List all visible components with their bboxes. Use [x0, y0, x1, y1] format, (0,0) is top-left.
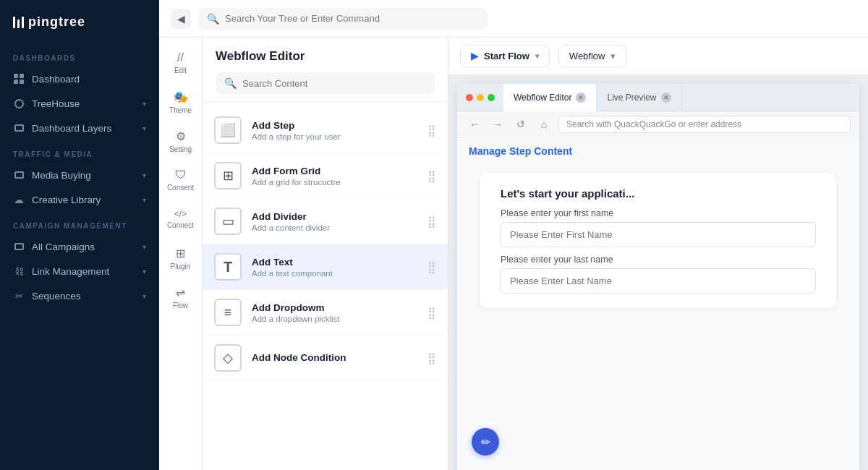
- form-label-firstname: Please enter your first name: [501, 208, 816, 218]
- form-input-lastname[interactable]: [501, 268, 816, 294]
- sidebar-item-treehouse[interactable]: TreeHouse ▾: [0, 91, 159, 116]
- sidebar-label-link-management: Link Management: [32, 266, 109, 277]
- form-area: Let's start your applicati... Please ent…: [480, 173, 836, 308]
- tab-close-webflow[interactable]: ✕: [576, 93, 586, 103]
- add-text-info: Add Text Add a text componant: [252, 257, 417, 278]
- dot-green: [488, 94, 495, 101]
- tab-live-preview-label: Live Preview: [607, 93, 656, 103]
- add-form-grid-name: Add Form Grid: [252, 166, 417, 176]
- address-bar[interactable]: Search with QuackQuackGo or enter addres…: [558, 116, 851, 133]
- chevron-icon-media: ▾: [142, 171, 146, 179]
- add-divider-desc: Add a content divider: [252, 223, 417, 232]
- sidebar-label-creative-library: Creative Library: [32, 195, 101, 205]
- toolbar-plugin[interactable]: ⊞ Plugin: [165, 240, 197, 276]
- sidebar-item-dashboard-layers[interactable]: Dashboard Layers ▾: [0, 116, 159, 140]
- sidebar-label-sequences: Sequences: [32, 291, 81, 302]
- toolbar-edit[interactable]: // Edit: [165, 45, 197, 81]
- edit-icon: //: [177, 51, 184, 64]
- plugin-icon: ⊞: [176, 247, 185, 260]
- browser-content: Manage Step Content Let's start your app…: [457, 138, 859, 470]
- start-flow-button[interactable]: ▶ Start Flow ▾: [460, 45, 550, 67]
- drag-handle-text[interactable]: ⣿: [427, 260, 436, 274]
- drag-handle-dropdown[interactable]: ⣿: [427, 306, 436, 320]
- browser-tab-bar: Webflow Editor ✕ Live Preview ✕: [457, 84, 859, 111]
- tab-live-preview[interactable]: Live Preview ✕: [597, 84, 681, 111]
- toolbar-label-plugin: Plugin: [171, 262, 191, 270]
- add-form-grid-desc: Add a grid for strucuctre: [252, 178, 417, 187]
- add-text-desc: Add a text componant: [252, 269, 417, 278]
- webflow-label: Webflow: [569, 51, 605, 61]
- address-text: Search with QuackQuackGo or enter addres…: [566, 119, 741, 129]
- tab-webflow-editor[interactable]: Webflow Editor ✕: [503, 84, 597, 111]
- toolbar-label-setting: Setting: [169, 145, 192, 153]
- link-icon: ⛓: [13, 265, 25, 277]
- drag-handle-divider[interactable]: ⣿: [427, 215, 436, 228]
- circle-icon: [13, 98, 25, 109]
- search-bar[interactable]: 🔍: [198, 8, 488, 30]
- drag-handle-grid[interactable]: ⣿: [427, 169, 436, 183]
- drag-handle[interactable]: ⣿: [427, 124, 436, 137]
- form-heading: Let's start your applicati...: [501, 187, 816, 200]
- sidebar-item-link-management[interactable]: ⛓ Link Management ▾: [0, 259, 159, 283]
- toolbar-label-edit: Edit: [174, 67, 187, 74]
- sidebar-item-media-buying[interactable]: Media Buying ▾: [0, 163, 159, 187]
- section-label-campaign: CAMPAIGN MANAGEMENT: [0, 212, 159, 234]
- collapse-button[interactable]: ◀: [171, 9, 191, 29]
- sidebar-item-all-campaigns[interactable]: All Campaigns ▾: [0, 234, 159, 259]
- panel-search-input[interactable]: [242, 78, 426, 89]
- nav-forward-button[interactable]: →: [489, 116, 506, 133]
- component-add-form-grid[interactable]: ⊞ Add Form Grid Add a grid for strucuctr…: [203, 153, 448, 199]
- toolbar-column: // Edit 🎭 Theme ⚙ Setting 🛡 Consent </> …: [159, 38, 203, 470]
- sidebar-item-creative-library[interactable]: ☁ Creative Library ▾: [0, 187, 159, 212]
- start-flow-label: Start Flow: [484, 51, 529, 61]
- webflow-chevron-icon: ▾: [610, 51, 616, 61]
- sidebar: pingtree DASHBOARDS Dashboard TreeHouse …: [0, 0, 159, 470]
- search-input[interactable]: [225, 13, 479, 24]
- add-dropdown-desc: Add a dropdown picklist: [252, 315, 417, 323]
- logo-text: pingtree: [28, 14, 85, 30]
- component-add-node-condition[interactable]: ◇ Add Node Condition ⣿: [203, 336, 448, 381]
- sidebar-item-dashboard[interactable]: Dashboard: [0, 67, 159, 91]
- consent-icon: 🛡: [175, 168, 187, 181]
- components-panel: Webflow Editor 🔍 ⬜ Add Step Add a step f…: [203, 38, 448, 470]
- chevron-icon-creative: ▾: [142, 196, 146, 204]
- components-list: ⬜ Add Step Add a step for your user ⣿ ⊞ …: [203, 102, 448, 470]
- component-add-step[interactable]: ⬜ Add Step Add a step for your user ⣿: [203, 108, 448, 153]
- browser-dots: [457, 94, 503, 101]
- nav-home-button[interactable]: ⌂: [535, 116, 553, 133]
- toolbar-consent[interactable]: 🛡 Consent: [165, 162, 197, 198]
- toolbar-flow[interactable]: ⇌ Flow: [165, 279, 197, 315]
- add-dropdown-name: Add Dropdowm: [252, 302, 417, 313]
- component-add-divider[interactable]: ▭ Add Divider Add a content divider ⣿: [203, 199, 448, 244]
- layers-icon: [13, 122, 25, 134]
- form-input-firstname[interactable]: [501, 222, 816, 247]
- nav-back-button[interactable]: ←: [466, 116, 483, 133]
- add-divider-info: Add Divider Add a content divider: [252, 211, 417, 232]
- tab-close-live[interactable]: ✕: [661, 93, 671, 103]
- drag-handle-node[interactable]: ⣿: [427, 351, 436, 365]
- toolbar-setting[interactable]: ⚙ Setting: [165, 123, 197, 159]
- setting-icon: ⚙: [176, 129, 186, 143]
- chevron-icon: ▾: [142, 100, 146, 108]
- toolbar-label-theme: Theme: [169, 106, 192, 114]
- add-step-info: Add Step Add a step for your user: [252, 120, 417, 141]
- nav-refresh-button[interactable]: ↺: [512, 116, 529, 133]
- sidebar-item-sequences[interactable]: ✂ Sequences ▾: [0, 283, 159, 308]
- media-icon: [13, 169, 25, 181]
- component-add-text[interactable]: T Add Text Add a text componant ⣿: [203, 244, 448, 290]
- toolbar-theme[interactable]: 🎭 Theme: [165, 84, 197, 120]
- search-icon: 🔍: [207, 13, 219, 25]
- webflow-select[interactable]: Webflow ▾: [558, 45, 627, 67]
- panel-search[interactable]: 🔍: [216, 72, 435, 94]
- editor-area: // Edit 🎭 Theme ⚙ Setting 🛡 Consent </> …: [159, 38, 868, 470]
- add-form-grid-info: Add Form Grid Add a grid for strucuctre: [252, 166, 417, 187]
- component-add-dropdown[interactable]: ≡ Add Dropdowm Add a dropdown picklist ⣿: [203, 290, 448, 336]
- flow-icon: ⇌: [176, 286, 185, 299]
- add-dropdown-info: Add Dropdowm Add a dropdown picklist: [252, 302, 417, 323]
- toolbar-connect[interactable]: </> Connect: [165, 201, 197, 237]
- sidebar-label-treehouse: TreeHouse: [32, 98, 80, 109]
- edit-fab-button[interactable]: ✏: [472, 428, 499, 456]
- add-node-icon: ◇: [214, 344, 242, 372]
- chevron-icon-link: ▾: [142, 268, 146, 275]
- preview-area: ▶ Start Flow ▾ Webflow ▾: [448, 38, 868, 470]
